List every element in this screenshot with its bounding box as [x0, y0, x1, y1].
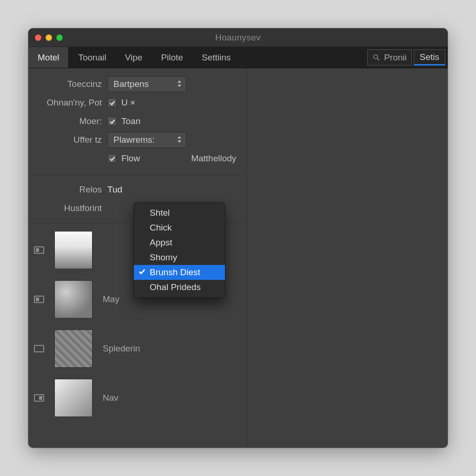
window-title: Hoaunysev: [215, 33, 261, 43]
svg-point-0: [374, 55, 378, 59]
tab-pilote[interactable]: Pilote: [152, 47, 192, 68]
thumbnail: [54, 379, 93, 417]
tab-label: Vipe: [125, 53, 143, 63]
app-window: Hoaunysev Motel Toonail Vipe Pilote Sett…: [28, 28, 448, 448]
svg-line-1: [377, 59, 379, 60]
search-input[interactable]: Pronii: [367, 49, 412, 66]
label-toeccinz: Toeccinz: [34, 79, 107, 89]
menu-item[interactable]: Appst: [134, 235, 225, 250]
select-uffer[interactable]: Plawrems:: [107, 132, 186, 148]
menu-item-label: Brunsh Diest: [150, 267, 200, 278]
tab-label: Toonail: [78, 53, 106, 63]
content-area: Toeccinz Bartpens Ohnan'ny, Pot U: [28, 68, 448, 448]
label-uffer: Uffer tz: [34, 135, 107, 145]
tab-toonail[interactable]: Toonail: [69, 47, 115, 68]
checkbox-label: U ×: [121, 98, 135, 108]
thumbnail: [54, 280, 93, 318]
chevron-updown-icon: [177, 79, 182, 89]
search-placeholder: Pronii: [384, 53, 407, 63]
menu-item[interactable]: Chick: [134, 220, 225, 235]
label-moer: Moer:: [34, 116, 107, 126]
tab-bar: Motel Toonail Vipe Pilote Settiins Proni…: [28, 47, 448, 68]
dropdown-menu: Shtel Chick Appst Shomy Brunsh Diest Oha…: [133, 202, 225, 298]
visibility-icon[interactable]: [34, 394, 44, 402]
checkbox-icon: [107, 117, 117, 126]
tab-label: Settiins: [202, 53, 231, 63]
value-relos[interactable]: Tud: [107, 185, 122, 195]
thumbnail: [54, 330, 93, 368]
menu-item-label: Shtel: [150, 208, 170, 218]
select-toeccinz[interactable]: Bartpens: [107, 76, 186, 92]
check-icon: [139, 267, 145, 278]
checkbox-label: Flow: [121, 153, 140, 164]
visibility-icon[interactable]: [34, 246, 44, 254]
toolbar-right: Pronii Setis: [367, 47, 448, 68]
zoom-icon[interactable]: [56, 34, 63, 41]
checkbox-icon: [107, 154, 117, 163]
tab-settings[interactable]: Settiins: [192, 47, 240, 68]
checkbox-icon: [107, 98, 117, 107]
setis-label: Setis: [420, 52, 439, 62]
label-matthellody: Matthellody: [191, 153, 236, 164]
checkbox-label: Toan: [121, 116, 140, 126]
checkbox-ux[interactable]: U ×: [107, 98, 135, 108]
tab-vipe[interactable]: Vipe: [116, 47, 152, 68]
tab-label: Motel: [38, 53, 59, 63]
visibility-icon[interactable]: [34, 296, 44, 303]
select-value: Bartpens: [113, 79, 149, 89]
svg-marker-3: [178, 85, 181, 87]
chevron-updown-icon: [177, 135, 182, 145]
tab-label: Pilote: [161, 53, 183, 63]
item-caption: Nav: [103, 393, 119, 403]
menu-item-label: Shomy: [150, 252, 177, 263]
menu-item-label: Appst: [150, 238, 172, 248]
list-item[interactable]: Splederin: [34, 330, 241, 368]
titlebar: Hoaunysev: [28, 28, 448, 47]
setis-button[interactable]: Setis: [414, 49, 445, 66]
menu-item-label: Chick: [150, 223, 172, 233]
item-caption: May: [103, 294, 119, 304]
visibility-icon[interactable]: [34, 345, 44, 352]
item-caption: Splederin: [103, 344, 140, 354]
minimize-icon[interactable]: [46, 34, 52, 41]
label-relos: Relos: [34, 185, 107, 195]
checkbox-toan[interactable]: Toan: [107, 116, 140, 126]
list-item[interactable]: Nav: [34, 379, 241, 417]
svg-marker-5: [178, 140, 181, 143]
svg-marker-4: [178, 136, 181, 139]
svg-marker-2: [178, 80, 181, 83]
select-value: Plawrems:: [113, 135, 155, 145]
menu-item[interactable]: Shtel: [134, 205, 225, 220]
search-icon: [372, 53, 380, 61]
tab-motel[interactable]: Motel: [28, 47, 69, 68]
settings-form: Toeccinz Bartpens Ohnan'ny, Pot U: [28, 68, 246, 176]
label-ohnanpot: Ohnan'ny, Pot: [34, 98, 107, 108]
right-panel: [247, 68, 448, 448]
checkbox-flow[interactable]: Flow: [107, 153, 140, 164]
thumbnail: [54, 231, 93, 269]
menu-item-label: Ohal Prideds: [150, 282, 201, 292]
window-controls: [35, 34, 63, 41]
menu-item-selected[interactable]: Brunsh Diest: [134, 265, 225, 280]
label-hustforint: Hustforint: [34, 203, 107, 213]
menu-item[interactable]: Ohal Prideds: [134, 280, 225, 295]
menu-item[interactable]: Shomy: [134, 250, 225, 265]
close-icon[interactable]: [35, 34, 41, 41]
